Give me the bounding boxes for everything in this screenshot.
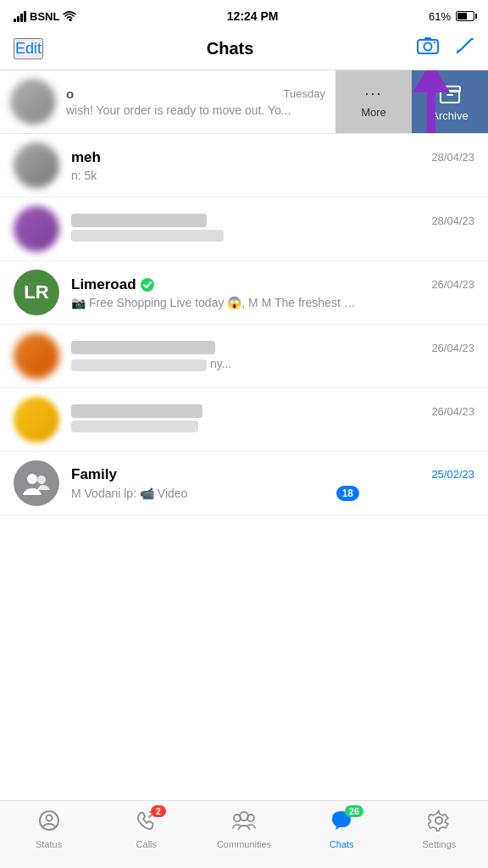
calls-badge: 2 xyxy=(151,805,166,817)
compose-button[interactable] xyxy=(454,36,474,61)
chat-date-meh: 28/04/23 xyxy=(431,151,474,164)
chat-date-blurred1: 28/04/23 xyxy=(431,214,474,227)
chat-preview-blurred1 xyxy=(71,230,359,244)
settings-tab-label: Settings xyxy=(423,839,457,849)
chat-date-limeroad: 26/04/23 xyxy=(431,278,474,291)
svg-point-13 xyxy=(240,812,248,821)
svg-rect-2 xyxy=(424,37,431,40)
chats-badge: 26 xyxy=(345,805,363,817)
calls-tab-label: Calls xyxy=(136,839,157,849)
tab-bar: Status 2 Calls Communities xyxy=(0,800,488,868)
svg-point-6 xyxy=(141,278,154,292)
chat-row-blurred3[interactable]: 26/04/23 xyxy=(0,388,488,452)
group-icon xyxy=(21,468,52,498)
chats-tab-label: Chats xyxy=(330,839,354,849)
carrier-label: BSNL xyxy=(30,10,59,23)
chat-name-blurred2 xyxy=(71,341,215,354)
svg-point-8 xyxy=(37,476,46,484)
header: Edit Chats xyxy=(0,31,488,70)
avatar-blurred2 xyxy=(14,333,59,379)
chat-list: o Tuesday wish! Your order is ready to m… xyxy=(0,70,488,515)
status-right: 61% xyxy=(429,10,474,23)
chat-info-family: Family 25/02/23 M Vodani lp: 📹 Video 18 xyxy=(71,466,474,501)
archive-icon xyxy=(438,82,462,106)
chat-row-blurred1[interactable]: 28/04/23 xyxy=(0,198,488,261)
page-title: Chats xyxy=(207,39,254,58)
battery-percent: 61% xyxy=(429,10,451,23)
chat-info-blurred1: 28/04/23 xyxy=(71,214,474,244)
archive-action-button[interactable]: Archive xyxy=(412,70,488,133)
status-bar: BSNL 12:24 PM 61% xyxy=(0,0,488,31)
chat-date-family: 25/02/23 xyxy=(431,468,474,481)
edit-button[interactable]: Edit xyxy=(14,38,43,59)
more-label: More xyxy=(361,106,386,119)
avatar-blurred3 xyxy=(14,397,59,442)
unread-badge-family: 18 xyxy=(336,486,359,501)
swipe-chat-name: o xyxy=(66,86,74,101)
camera-button[interactable] xyxy=(417,36,439,60)
status-tab-label: Status xyxy=(36,839,62,849)
chat-row-family[interactable]: Family 25/02/23 M Vodani lp: 📹 Video 18 xyxy=(0,452,488,515)
header-icons xyxy=(417,36,474,61)
chat-preview-family: M Vodani lp: 📹 Video 18 xyxy=(71,486,359,501)
compose-icon xyxy=(454,36,474,56)
archive-label: Archive xyxy=(431,109,468,122)
svg-point-1 xyxy=(424,43,431,51)
avatar-swipe xyxy=(10,79,56,125)
signal-bars xyxy=(14,11,26,22)
camera-icon xyxy=(417,36,439,55)
chat-name-family: Family xyxy=(71,466,117,483)
verified-icon xyxy=(141,278,154,292)
more-action-button[interactable]: ··· More xyxy=(336,70,412,133)
chat-date-blurred3: 26/04/23 xyxy=(431,405,474,418)
status-left: BSNL xyxy=(14,10,76,23)
svg-rect-5 xyxy=(440,86,460,92)
chat-info-blurred2: 26/04/23 ny... xyxy=(71,341,474,370)
time-display: 12:24 PM xyxy=(227,9,279,23)
settings-icon xyxy=(428,810,450,832)
chat-info-limeroad: Limeroad 26/04/23 📷 Free Shopping Live t… xyxy=(71,276,474,309)
chat-info-blurred3: 26/04/23 xyxy=(71,404,474,435)
more-dots-icon: ··· xyxy=(364,85,382,103)
chat-preview-blurred3 xyxy=(71,420,359,435)
communities-icon xyxy=(232,810,256,832)
communities-tab-label: Communities xyxy=(217,839,271,849)
status-icon xyxy=(38,810,60,832)
wifi-icon xyxy=(63,11,76,21)
chat-row-meh[interactable]: meh 28/04/23 n: 5k xyxy=(0,134,488,198)
chat-date-blurred2: 26/04/23 xyxy=(431,342,474,354)
tab-chats[interactable]: 26 Chats xyxy=(293,810,391,849)
tab-status[interactable]: Status xyxy=(0,810,97,849)
svg-point-14 xyxy=(435,817,442,824)
svg-point-7 xyxy=(27,474,37,484)
tab-communities[interactable]: Communities xyxy=(195,810,292,849)
svg-rect-4 xyxy=(441,91,459,103)
chat-row-limeroad[interactable]: LR Limeroad 26/04/23 📷 Free Shopping Liv… xyxy=(0,261,488,325)
avatar-limeroad: LR xyxy=(14,270,59,315)
chat-preview-limeroad: 📷 Free Shopping Live today 😱, M M The fr… xyxy=(71,296,359,309)
battery-icon xyxy=(456,11,474,21)
swipe-chat-info: o Tuesday wish! Your order is ready to m… xyxy=(66,86,325,117)
avatar-meh xyxy=(14,142,59,188)
tab-calls[interactable]: 2 Calls xyxy=(97,810,195,849)
chat-name-blurred3 xyxy=(71,404,202,418)
tab-settings[interactable]: Settings xyxy=(391,810,488,849)
avatar-blurred1 xyxy=(14,206,59,252)
chat-preview-blurred2: ny... xyxy=(71,357,359,370)
swipe-actions: ··· More Archive xyxy=(336,70,488,133)
swipe-preview: wish! Your order is ready to move out. Y… xyxy=(66,103,325,117)
svg-point-3 xyxy=(434,42,435,43)
chat-name-meh: meh xyxy=(71,149,101,166)
swipe-row: o Tuesday wish! Your order is ready to m… xyxy=(0,70,488,134)
chat-preview-meh: n: 5k xyxy=(71,169,359,182)
chat-name-blurred1 xyxy=(71,214,207,227)
swipe-date: Tuesday xyxy=(284,87,325,100)
chat-row-blurred2[interactable]: 26/04/23 ny... xyxy=(0,325,488,388)
swipe-row-content[interactable]: o Tuesday wish! Your order is ready to m… xyxy=(0,70,336,133)
chat-name-limeroad: Limeroad xyxy=(71,276,154,293)
chat-info-meh: meh 28/04/23 n: 5k xyxy=(71,149,474,182)
svg-point-10 xyxy=(46,815,52,821)
avatar-family xyxy=(14,460,59,506)
